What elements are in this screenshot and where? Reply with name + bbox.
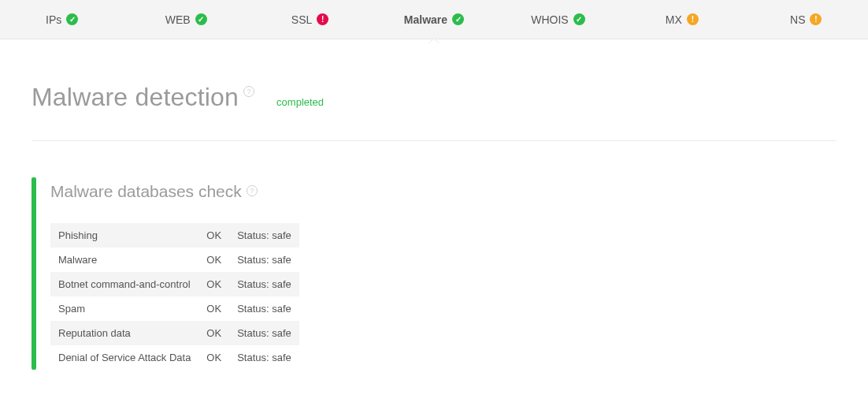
check-result: OK (198, 345, 229, 370)
headline-row: Malware detection ? completed (32, 83, 836, 112)
tab-ns[interactable]: NS! (744, 0, 868, 39)
category-tabs: IPs✓WEB✓SSL!Malware✓WHOIS✓MX!NS! (0, 0, 868, 39)
check-name: Spam (50, 296, 198, 321)
check-status: Status: safe (229, 223, 299, 248)
check-result: OK (198, 296, 229, 321)
tab-label: MX (666, 13, 682, 26)
tab-label: NS (790, 13, 805, 26)
table-row: SpamOKStatus: safe (50, 296, 299, 321)
db-check-section: Malware databases check ? PhishingOKStat… (32, 177, 836, 370)
section-title-text: Malware databases check (50, 182, 242, 201)
tab-mx[interactable]: MX! (620, 0, 744, 39)
check-result: OK (198, 321, 229, 345)
check-name: Botnet command-and-control (50, 272, 198, 296)
check-result: OK (198, 248, 229, 272)
alert-icon: ! (317, 13, 328, 25)
tab-ssl[interactable]: SSL! (248, 0, 372, 39)
section-title: Malware databases check ? (50, 182, 299, 201)
check-icon: ✓ (195, 13, 207, 25)
check-name: Phishing (50, 223, 198, 248)
alert-icon: ! (810, 13, 822, 25)
check-icon: ✓ (452, 13, 464, 25)
check-status: Status: safe (229, 345, 299, 370)
check-name: Reputation data (50, 321, 198, 345)
check-result: OK (198, 223, 229, 248)
alert-icon: ! (687, 13, 699, 25)
help-icon[interactable]: ? (247, 185, 258, 196)
page-title-text: Malware detection (32, 83, 239, 112)
check-result: OK (198, 272, 229, 296)
tab-web[interactable]: WEB✓ (124, 0, 247, 39)
help-icon[interactable]: ? (243, 86, 254, 97)
status-badge: completed (276, 96, 324, 108)
check-status: Status: safe (229, 296, 299, 321)
table-row: PhishingOKStatus: safe (50, 223, 299, 248)
table-row: Botnet command-and-controlOKStatus: safe (50, 272, 299, 296)
main-content: Malware detection ? completed Malware da… (0, 39, 868, 378)
tab-label: Malware (404, 13, 447, 26)
tab-whois[interactable]: WHOIS✓ (496, 0, 620, 39)
page-title: Malware detection ? (32, 83, 254, 112)
table-row: MalwareOKStatus: safe (50, 248, 299, 272)
check-status: Status: safe (229, 321, 299, 345)
tab-label: WHOIS (531, 13, 568, 26)
accent-bar (32, 177, 36, 370)
table-row: Reputation dataOKStatus: safe (50, 321, 299, 345)
tab-ips[interactable]: IPs✓ (0, 0, 124, 39)
tab-malware[interactable]: Malware✓ (372, 0, 495, 39)
check-status: Status: safe (229, 248, 299, 272)
check-name: Malware (50, 248, 198, 272)
check-status: Status: safe (229, 272, 299, 296)
check-name: Denial of Service Attack Data (50, 345, 198, 370)
tab-label: IPs (46, 13, 61, 26)
check-icon: ✓ (573, 13, 585, 25)
db-check-table: PhishingOKStatus: safeMalwareOKStatus: s… (50, 223, 299, 370)
check-icon: ✓ (66, 13, 78, 25)
tab-label: SSL (291, 13, 312, 26)
separator (32, 140, 836, 141)
table-row: Denial of Service Attack DataOKStatus: s… (50, 345, 299, 370)
tab-label: WEB (165, 13, 191, 26)
